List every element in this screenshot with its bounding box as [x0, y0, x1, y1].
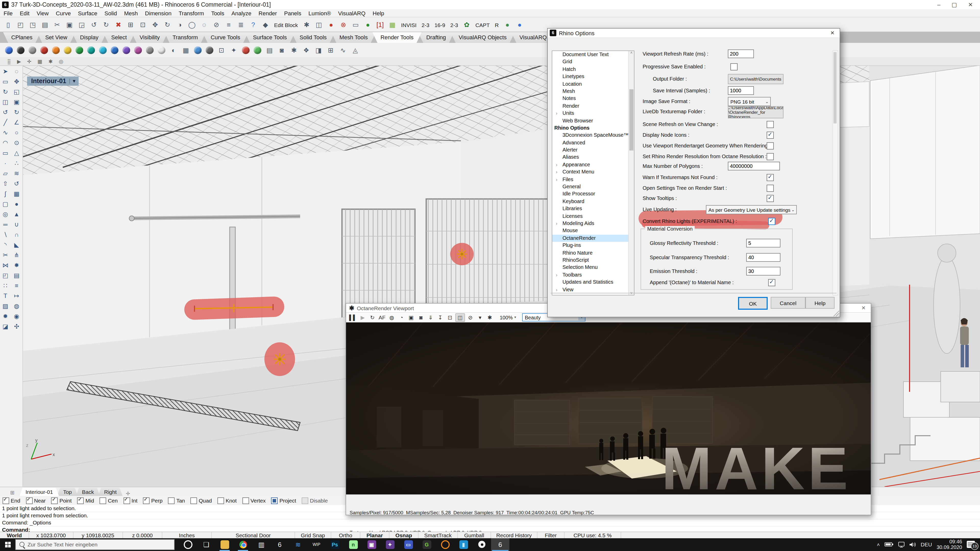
grasshopper-icon[interactable]: G — [417, 538, 436, 551]
menu-view[interactable]: View — [33, 10, 52, 16]
tab-visibility[interactable]: Visibility — [131, 32, 168, 43]
r-button-label[interactable]: R — [492, 22, 501, 28]
line-icon[interactable]: ╱ — [0, 118, 10, 127]
layers-icon[interactable]: ≡ — [223, 19, 234, 30]
osnap-perp[interactable]: Perp — [143, 497, 162, 504]
extrude-icon[interactable]: ⇧ — [0, 179, 10, 188]
status-ortho[interactable]: Ortho — [331, 532, 360, 538]
help-icon[interactable]: ? — [248, 19, 259, 30]
render-sphere-gray-icon[interactable] — [29, 46, 36, 54]
gumball-icon[interactable]: ✣ — [12, 322, 21, 330]
layout-split-icon[interactable]: ◫ — [455, 313, 465, 322]
livedb-folder-button[interactable]: C:\Users\walth\AppData\Local \OctaneRend… — [728, 106, 783, 118]
status-x[interactable]: x 1023.0700 — [29, 532, 73, 538]
save-image-icon[interactable]: ⇓ — [426, 313, 435, 321]
render-ball-icon[interactable]: ◍ — [387, 313, 396, 321]
tab-solid-tools[interactable]: Solid Tools — [291, 32, 335, 43]
osnap-checkbox[interactable] — [302, 497, 308, 504]
vray-icon[interactable]: ❖ — [301, 45, 311, 55]
arc-icon[interactable]: ◠ — [0, 138, 10, 147]
glossy-threshold-input[interactable] — [746, 239, 780, 248]
edit-block-label[interactable]: Edit Block — [272, 22, 301, 28]
rhino-v6-icon[interactable]: 6 — [270, 538, 289, 551]
rhino-active-icon[interactable]: 6 — [491, 538, 509, 551]
boolean-union-icon[interactable]: ∪ — [12, 220, 21, 229]
box-icon[interactable]: ▢ — [0, 200, 10, 208]
lumion-swoosh-icon[interactable]: ≋ — [289, 538, 307, 551]
material-ball-magenta-icon[interactable] — [134, 46, 142, 54]
rect-select-icon[interactable]: ▭ — [0, 77, 10, 86]
material-ball-red-icon[interactable] — [40, 46, 48, 54]
open-file-icon[interactable]: ◰ — [15, 19, 26, 30]
green-n-app-icon[interactable]: n — [344, 538, 363, 551]
file-explorer-icon[interactable] — [215, 538, 234, 551]
blue-strip-app-icon[interactable]: ▮ — [454, 538, 473, 551]
status-filter[interactable]: Filter — [538, 532, 565, 538]
osnap-end[interactable]: End — [3, 497, 20, 504]
menu-tools[interactable]: Tools — [207, 10, 228, 16]
polygon-icon[interactable]: △ — [12, 148, 21, 157]
octane-icon[interactable]: ✱ — [289, 45, 299, 55]
zoom-level[interactable]: 100% — [500, 314, 513, 320]
pipe-icon[interactable]: ═ — [0, 220, 10, 229]
show-tooltips-checkbox[interactable] — [767, 195, 774, 202]
osnap-knot[interactable]: Knot — [218, 497, 237, 504]
curve-analysis-icon[interactable]: ∿ — [338, 45, 348, 55]
split-icon[interactable]: ⋔ — [12, 251, 21, 259]
speaker-icon[interactable] — [910, 542, 916, 548]
language-indicator[interactable]: DEU — [921, 541, 932, 548]
copy-icon[interactable]: ▣ — [12, 97, 21, 106]
tab-select[interactable]: Select — [103, 32, 135, 43]
pick-material-icon[interactable]: ▣ — [407, 313, 415, 321]
object-properties-icon[interactable]: ≣ — [235, 19, 247, 30]
points-icon[interactable]: ∴ — [12, 159, 21, 167]
crosshair-icon[interactable]: ✛ — [27, 59, 32, 64]
render-sphere-green-icon[interactable]: ● — [502, 19, 513, 30]
chevron-down-icon[interactable]: ▼ — [69, 79, 76, 84]
max-polygons-input[interactable] — [728, 162, 780, 170]
save-icon[interactable]: ◳ — [27, 19, 38, 30]
array-icon[interactable]: ∷ — [0, 281, 10, 290]
tab-drafting[interactable]: Drafting — [418, 32, 454, 43]
snapshot-icon[interactable]: ◙ — [277, 45, 287, 55]
screen-recorder-icon[interactable]: ▣ — [363, 538, 381, 551]
progressive-save-checkbox[interactable] — [730, 63, 738, 70]
environment-ball-icon[interactable] — [194, 46, 202, 54]
viewport-tab-right[interactable]: Right — [98, 488, 123, 496]
add-viewport-tab[interactable]: ✛ — [126, 491, 130, 496]
cancel-button[interactable]: Cancel — [771, 297, 805, 309]
contact-sheet-icon[interactable]: ▦ — [181, 45, 191, 55]
flash-icon[interactable]: ✦ — [229, 45, 239, 55]
emission-threshold-input[interactable] — [746, 267, 780, 275]
gear-icon[interactable]: ✱ — [48, 59, 53, 64]
status-y[interactable]: y 10918.0025 — [73, 532, 123, 538]
viewport-refresh-input[interactable] — [728, 49, 754, 58]
circle-icon[interactable]: ○ — [12, 128, 21, 137]
scene-refresh-checkbox[interactable] — [767, 121, 774, 128]
status-gumball[interactable]: Gumball — [458, 532, 491, 538]
join-icon[interactable]: ⋈ — [0, 261, 10, 269]
boolean-difference-icon[interactable]: ∖ — [0, 230, 10, 239]
frame-one-icon[interactable]: [1] — [374, 19, 386, 30]
purge-material-icon[interactable]: ⊗ — [338, 19, 349, 30]
resize-grip[interactable] — [833, 310, 839, 316]
boolean-intersect-icon[interactable]: ∩ — [12, 230, 21, 239]
status-osnap[interactable]: Osnap — [390, 532, 418, 538]
group-icon[interactable]: ◰ — [0, 271, 10, 279]
viewport-label[interactable]: Interiour-01 ▼ — [27, 76, 78, 86]
status-grid[interactable]: Grid Snap — [295, 532, 331, 538]
fern-icon[interactable]: ✿ — [461, 19, 473, 30]
tab-curve-tools[interactable]: Curve Tools — [202, 32, 248, 43]
pause-icon[interactable]: ▌▌ — [348, 313, 357, 321]
ok-button[interactable]: OK — [738, 297, 768, 310]
taskbar-clock[interactable]: 09:46 30.09.2020 — [937, 539, 962, 550]
maximize-icon[interactable]: ▢ — [952, 1, 957, 8]
help-button[interactable]: Help — [805, 297, 835, 309]
battery-icon[interactable] — [885, 542, 893, 547]
fillet-icon[interactable]: ◝ — [0, 240, 10, 249]
status-cpu[interactable]: CPU use: 4.5 % — [565, 532, 621, 538]
osnap-checkbox[interactable] — [271, 497, 278, 504]
osnap-checkbox[interactable] — [100, 497, 107, 504]
print-icon[interactable]: ▤ — [39, 19, 51, 30]
osnap-point[interactable]: Point — [51, 497, 72, 504]
